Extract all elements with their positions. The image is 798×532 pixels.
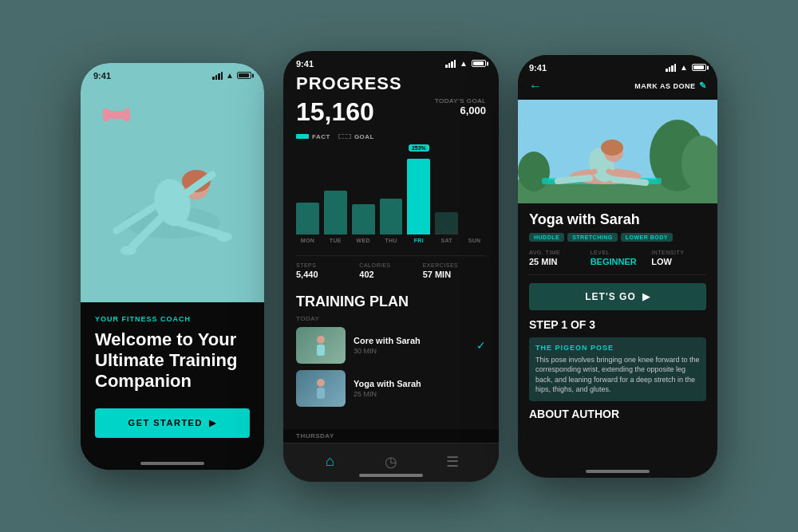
time-2: 9:41	[296, 59, 314, 69]
workout-yoga-duration: 25 MIN	[354, 390, 486, 398]
hero-yoga-image	[518, 100, 717, 203]
about-author: ABOUT AUTHOR	[529, 408, 706, 420]
nav-timer[interactable]: ◷	[361, 450, 422, 474]
workout-yoga-info: Yoga with Sarah 25 MIN	[354, 379, 486, 398]
tag-stretching: STRETCHING	[567, 233, 618, 242]
check-icon: ✓	[476, 339, 486, 352]
bar-tue	[324, 191, 347, 234]
pose-title: THE PIGEON POSE	[535, 344, 700, 352]
wifi-icon-3: ▲	[680, 63, 688, 72]
status-bar-2: 9:41 ▲	[283, 51, 499, 73]
battery-icon-2	[472, 60, 486, 67]
svg-rect-11	[317, 345, 325, 356]
intensity-block: INTENSITY LOW	[651, 250, 706, 266]
status-icons-1: ▲	[212, 71, 251, 80]
nav-home[interactable]: ⌂	[299, 450, 361, 474]
hero-image: 9:41 ▲	[81, 63, 264, 302]
svg-line-26	[558, 178, 590, 181]
bar-fri: 253%	[407, 159, 430, 234]
wifi-icon-2: ▲	[460, 59, 468, 68]
lets-go-button[interactable]: LET'S GO ▶	[529, 283, 706, 310]
steps-count: 15,160	[296, 97, 374, 127]
goal-block: TODAY'S GOAL 6,000	[435, 97, 486, 116]
workout-thumb-core	[296, 327, 346, 364]
svg-point-8	[120, 246, 136, 255]
workout-thumb-yoga	[296, 370, 346, 407]
legend-fact: FACT	[296, 133, 330, 140]
screen3-content: Yoga with Sarah HUDDLE STRETCHING LOWER …	[518, 203, 717, 478]
fitness-coach-subtitle: YOUR FITNESS COACH	[95, 315, 250, 323]
svg-point-18	[518, 152, 550, 191]
edit-icon: ✎	[699, 81, 707, 91]
signal-icon-2	[445, 60, 456, 68]
day-sun: SUN	[463, 238, 486, 243]
top-bar: ← MARK AS DONE ✎	[518, 76, 717, 100]
svg-rect-13	[317, 388, 325, 399]
status-icons-3: ▲	[666, 63, 706, 72]
home-indicator-3	[586, 470, 650, 473]
level-block: LEVEL BEGINNER	[591, 250, 646, 266]
get-started-button[interactable]: GET STARTED ▶	[95, 408, 250, 438]
svg-point-23	[601, 140, 623, 156]
fact-dot	[296, 134, 309, 139]
status-icons-2: ▲	[445, 59, 486, 68]
goal-label: TODAY'S GOAL	[435, 97, 486, 104]
bars-wrapper: 253%	[296, 147, 486, 234]
tag-huddle: HUDDLE	[529, 233, 564, 242]
legend-goal: GOAL	[338, 133, 374, 140]
bar-sat	[435, 212, 458, 234]
phone-screen2: 9:41 ▲ PROGRESS 15,160 TODAY'S GOAL 6,00…	[283, 51, 499, 482]
stat-calories: CALORIES 402	[359, 262, 422, 279]
screen2-content: PROGRESS 15,160 TODAY'S GOAL 6,000 FACT …	[283, 73, 499, 429]
thursday-label: THURSDAY	[296, 432, 486, 439]
time-1: 9:41	[93, 71, 111, 81]
day-labels: MON TUE WED THU FRI SAT SUN	[296, 238, 486, 243]
step-header: STEP 1 OF 3	[529, 318, 706, 331]
main-heading: Welcome to Your Ultimate Training Compan…	[95, 329, 250, 392]
battery-icon	[237, 72, 251, 79]
mark-done-button[interactable]: MARK AS DONE ✎	[634, 81, 706, 91]
screens-container: 9:41 ▲	[81, 51, 717, 482]
home-icon: ⌂	[326, 453, 334, 470]
day-thu: THU	[380, 238, 403, 243]
svg-point-12	[317, 379, 325, 387]
day-tue: TUE	[324, 238, 347, 243]
workout-yoga-name: Yoga with Sarah	[354, 379, 486, 388]
time-3: 9:41	[529, 63, 547, 73]
workout-core-duration: 30 MIN	[354, 347, 468, 355]
signal-icon-3	[666, 64, 676, 72]
day-fri: FRI	[407, 238, 430, 243]
bar-thu	[380, 199, 403, 234]
bar-wed	[352, 204, 375, 234]
stat-steps: STEPS 5,440	[296, 262, 359, 279]
battery-icon-3	[692, 64, 706, 71]
svg-point-10	[317, 336, 325, 344]
progress-title: PROGRESS	[296, 73, 486, 94]
phone-screen3: 9:41 ▲ ← MARK AS DONE ✎	[518, 55, 717, 478]
signal-icon	[212, 72, 223, 80]
training-plan-title: TRAINING PLAN	[296, 294, 486, 310]
goal-value: 6,000	[435, 104, 486, 116]
tag-lowerbody: LOWER BODY	[621, 233, 673, 242]
workout-core-info: Core with Sarah 30 MIN	[354, 336, 468, 355]
yoga-title: Yoga with Sarah	[529, 211, 706, 228]
day-mon: MON	[296, 238, 319, 243]
pose-text: This pose involves bringing one knee for…	[535, 355, 700, 395]
bar-mon	[296, 203, 319, 234]
dumbbell-icon	[105, 111, 128, 119]
workout-core[interactable]: Core with Sarah 30 MIN ✓	[296, 327, 486, 364]
legend-row: FACT GOAL	[296, 133, 486, 140]
tags-row: HUDDLE STRETCHING LOWER BODY	[529, 233, 706, 242]
play-icon: ▶	[209, 418, 217, 428]
home-indicator	[140, 462, 204, 465]
status-bar-3: 9:41 ▲	[518, 55, 717, 76]
nav-chat[interactable]: ☰	[421, 450, 483, 474]
status-bar-1: 9:41 ▲	[81, 71, 264, 81]
play-icon-2: ▶	[642, 291, 650, 302]
back-button[interactable]: ←	[529, 79, 542, 93]
workout-yoga[interactable]: Yoga with Sarah 25 MIN	[296, 370, 486, 407]
svg-point-9	[216, 232, 232, 242]
bar-chart: 253% MON TUE	[296, 147, 486, 250]
workout-core-name: Core with Sarah	[354, 336, 468, 345]
day-wed: WED	[352, 238, 375, 243]
